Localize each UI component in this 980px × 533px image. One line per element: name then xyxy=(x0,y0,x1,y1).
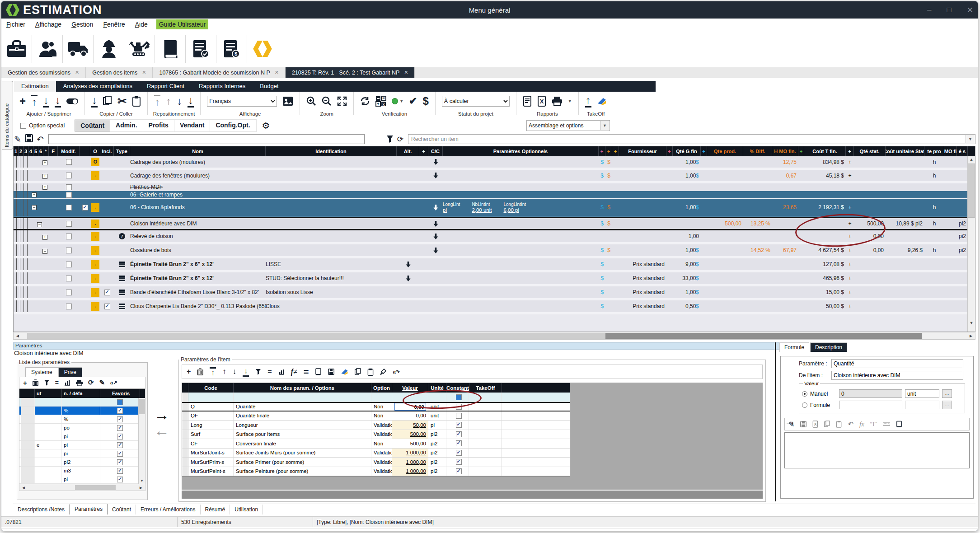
grid-column-header[interactable]: 4 xyxy=(28,146,33,156)
favoris-checkbox[interactable] xyxy=(117,408,123,414)
tab-budget[interactable]: Budget xyxy=(253,81,286,92)
apply-arrow-icon[interactable]: → xyxy=(784,414,796,428)
favoris-checkbox[interactable] xyxy=(117,459,123,465)
add-icon[interactable]: + xyxy=(187,368,191,376)
grid-cell-incl[interactable] xyxy=(100,244,114,256)
takeoff-logo-icon[interactable] xyxy=(341,369,348,375)
grid-column-header[interactable]: * xyxy=(43,146,49,156)
ruler-icon[interactable] xyxy=(883,422,890,426)
status-dot-icon[interactable] xyxy=(392,98,398,104)
grid-row[interactable]: +06- Galerie et rampes xyxy=(14,191,968,199)
unit-field[interactable]: unit xyxy=(905,389,939,398)
paste-special-icon[interactable]: ↓ xyxy=(91,95,98,108)
description-textarea[interactable] xyxy=(784,432,970,468)
favoris-checkbox[interactable] xyxy=(117,416,123,422)
unit-browse-button[interactable]: ... xyxy=(942,389,952,398)
grid-row[interactable]: -Épinette Traité Brun 2" x 6" x 12'STUD:… xyxy=(14,272,968,286)
mode-button-cotant[interactable]: Coûtant xyxy=(75,120,110,131)
move-bottom-icon[interactable]: ↓ xyxy=(243,367,249,377)
grid-column-header[interactable]: Incl. xyxy=(100,146,114,156)
item-param-row[interactable]: LongLongueurValidatio50,00pi xyxy=(182,421,570,430)
scroll-right-icon[interactable]: ► xyxy=(137,485,145,490)
grid-cell-chk2[interactable] xyxy=(80,244,90,256)
move-down-icon[interactable]: ↓ xyxy=(233,367,237,376)
favoris-checkbox[interactable] xyxy=(117,451,123,457)
grid-row[interactable]: –-Ossature de bois$$1,00 $14,52 %67,974 … xyxy=(14,244,968,258)
item-param-row[interactable]: QQuantitéNon0,00unit xyxy=(182,402,570,411)
mode-button-admin[interactable]: Admin. xyxy=(110,120,143,131)
grid-column-header[interactable]: + xyxy=(846,146,854,156)
toolbox-icon[interactable] xyxy=(1,35,32,63)
item-param-header[interactable]: Option xyxy=(371,383,392,393)
status-dot-dropdown-icon[interactable]: ▼ xyxy=(399,99,403,103)
sidebar-tab-items-catalogue[interactable]: Items du catalogue xyxy=(2,81,13,150)
item-param-row[interactable]: QFQuantité finaleNon0,00unit xyxy=(182,411,570,421)
move-up-icon[interactable]: ↑ xyxy=(166,96,171,107)
grid-cell-incl[interactable] xyxy=(100,156,114,168)
param-list-row[interactable]: pi2 xyxy=(19,458,145,467)
grid-vertical-scrollbar[interactable]: ▲▼ xyxy=(967,156,975,332)
document-icon[interactable] xyxy=(315,368,322,375)
calculator-icon[interactable] xyxy=(896,421,902,428)
favoris-checkbox[interactable] xyxy=(117,434,123,439)
grid-row[interactable]: +-7Relevé de cloison1,00+0,00pi2 xyxy=(14,230,968,244)
modif-checkbox[interactable] xyxy=(66,205,72,210)
copy-icon[interactable] xyxy=(824,421,830,428)
text-icon[interactable]: “T” xyxy=(870,421,877,427)
modif-checkbox[interactable] xyxy=(66,184,72,190)
cut-icon[interactable]: ✂ xyxy=(117,96,127,107)
add-icon[interactable]: + xyxy=(23,379,27,387)
clipboard-icon[interactable] xyxy=(132,96,141,107)
clients-icon[interactable] xyxy=(32,35,63,63)
filter-icon[interactable] xyxy=(44,379,50,386)
tab-analyses-des-compilations[interactable]: Analyses des compilations xyxy=(56,81,140,92)
takeoff-logo-icon[interactable] xyxy=(597,97,607,105)
grid-cell-chk2[interactable] xyxy=(80,183,90,191)
language-select[interactable]: Français xyxy=(207,96,277,107)
recalculate-icon[interactable] xyxy=(360,96,370,106)
move-bottom-icon[interactable]: ↓ xyxy=(188,95,194,108)
bottom-tab-paramètres[interactable]: Paramètres xyxy=(70,504,108,515)
grid-column-header[interactable]: Qté G fin xyxy=(673,146,701,156)
grid-cell-chk2[interactable] xyxy=(80,300,90,312)
favoris-checkbox[interactable] xyxy=(117,442,123,448)
copy-icon[interactable] xyxy=(355,368,361,376)
scroll-left-icon[interactable]: ◄ xyxy=(19,485,28,490)
modif-checkbox[interactable] xyxy=(66,262,72,267)
formula-value-field[interactable] xyxy=(839,401,902,409)
expand-icon[interactable]: + xyxy=(42,174,47,179)
incl-checkbox[interactable] xyxy=(104,304,110,309)
zoom-fit-icon[interactable] xyxy=(337,96,347,106)
param-list-row[interactable]: po xyxy=(19,424,145,432)
grid-column-header[interactable]: 6 xyxy=(38,146,43,156)
quick-edit-input[interactable] xyxy=(48,134,365,144)
grid-row[interactable]: -Bande d'étanchéité Ethafoam Lisse Blanc… xyxy=(14,286,968,300)
grid-row[interactable]: –-Cloison intérieure avec DIM$$500,0013,… xyxy=(14,217,968,230)
image-icon[interactable] xyxy=(282,96,293,106)
grid-cell-modif[interactable] xyxy=(58,191,80,198)
param-list-row[interactable] xyxy=(19,398,145,407)
constant-checkbox[interactable] xyxy=(456,431,462,437)
grid-column-header[interactable]: + xyxy=(419,146,428,156)
param-list-tab-systeme[interactable]: Systeme xyxy=(25,367,58,377)
tab-rapports-internes[interactable]: Rapports Internes xyxy=(192,81,253,92)
minimize-button[interactable]: – xyxy=(927,5,931,14)
print-icon[interactable] xyxy=(76,380,83,386)
grid-column-header[interactable]: te pro xyxy=(924,146,944,156)
reports-dropdown-icon[interactable]: ▼ xyxy=(568,99,572,103)
refresh-icon[interactable]: ⟳ xyxy=(397,135,403,144)
detail-tab-description[interactable]: Description xyxy=(810,342,847,352)
insert-below-icon[interactable]: ↓ xyxy=(43,95,49,108)
grid-column-header[interactable]: Fournisseur xyxy=(619,146,666,156)
menu-item[interactable]: Guide Utilisateur xyxy=(156,19,209,29)
grid-cell-modif[interactable] xyxy=(58,244,80,256)
grid-column-header[interactable]: + xyxy=(612,146,619,156)
constant-checkbox[interactable] xyxy=(456,404,462,410)
panel-divider[interactable] xyxy=(775,342,776,501)
detail-tab-formule[interactable]: Formule xyxy=(779,342,809,352)
grid-column-header[interactable]: F xyxy=(49,146,58,156)
grid-cell-incl[interactable] xyxy=(100,218,114,229)
modif-checkbox[interactable] xyxy=(66,159,72,165)
grid-column-header[interactable]: Qté stat. xyxy=(854,146,886,156)
delete-item-icon[interactable]: ↓ xyxy=(55,95,61,108)
